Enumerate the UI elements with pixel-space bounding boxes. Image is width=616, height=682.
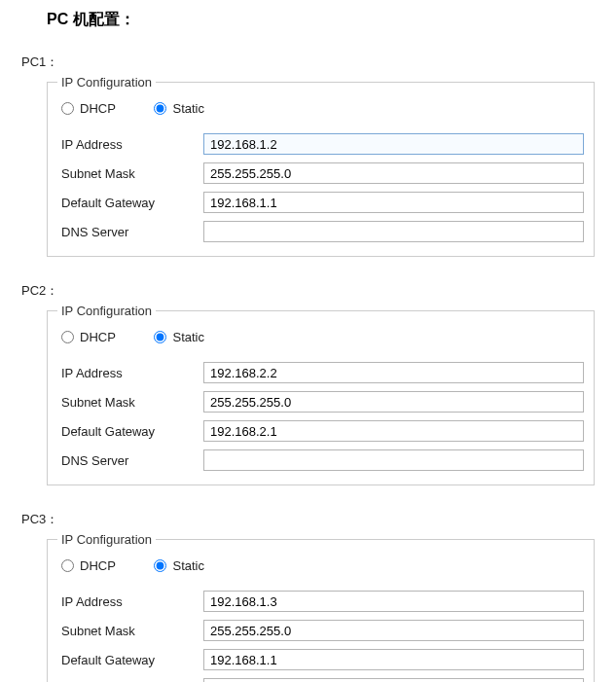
- pc2-dhcp-label: DHCP: [80, 330, 116, 344]
- page-title: PC 机配置：: [0, 0, 616, 36]
- pc3-dhcp-option[interactable]: DHCP: [61, 558, 116, 573]
- pc2-ip-input[interactable]: [203, 362, 584, 383]
- pc1-static-option[interactable]: Static: [154, 101, 204, 116]
- pc1-ip-input[interactable]: [203, 133, 584, 155]
- pc3-gateway-row: Default Gateway: [57, 645, 584, 674]
- pc3-dns-input[interactable]: [203, 678, 584, 682]
- pc3-ip-configuration: IP Configuration DHCP Static IP Address …: [47, 532, 595, 682]
- pc3-gateway-input[interactable]: [203, 649, 584, 670]
- pc2-mask-label: Subnet Mask: [57, 395, 203, 410]
- pc3-static-option[interactable]: Static: [154, 558, 204, 573]
- pc3-label: PC3：: [0, 493, 616, 532]
- pc2-dhcp-option[interactable]: DHCP: [61, 330, 116, 344]
- pc3-mode-row: DHCP Static: [57, 555, 584, 587]
- pc2-dns-input[interactable]: [203, 449, 584, 471]
- pc2-gateway-row: Default Gateway: [57, 416, 584, 446]
- pc1-ip-row: IP Address: [57, 129, 584, 159]
- pc3-ip-label: IP Address: [57, 594, 203, 609]
- pc1-dhcp-label: DHCP: [80, 101, 116, 116]
- pc1-static-label: Static: [172, 101, 204, 116]
- pc1-dns-input[interactable]: [203, 221, 584, 242]
- pc1-static-radio[interactable]: [154, 102, 166, 115]
- pc2-dns-row: DNS Server: [57, 446, 584, 475]
- pc1-legend: IP Configuration: [57, 75, 156, 90]
- pc1-dhcp-radio[interactable]: [61, 102, 74, 115]
- pc2-static-option[interactable]: Static: [154, 330, 204, 344]
- pc2-dhcp-radio[interactable]: [61, 331, 74, 343]
- pc2-ip-row: IP Address: [57, 358, 584, 387]
- pc2-gateway-label: Default Gateway: [57, 424, 203, 439]
- pc3-mask-input[interactable]: [203, 620, 584, 641]
- pc3-ip-row: IP Address: [57, 587, 584, 616]
- pc3-dns-row: DNS Server: [57, 674, 584, 682]
- pc3-legend: IP Configuration: [57, 532, 156, 547]
- pc2-mode-row: DHCP Static: [57, 326, 584, 358]
- pc3-mask-row: Subnet Mask: [57, 616, 584, 645]
- pc1-mode-row: DHCP Static: [57, 97, 584, 129]
- pc1-dhcp-option[interactable]: DHCP: [61, 101, 116, 116]
- pc2-label: PC2：: [0, 265, 616, 304]
- pc1-dns-row: DNS Server: [57, 217, 584, 246]
- pc2-mask-input[interactable]: [203, 391, 584, 413]
- pc3-mask-label: Subnet Mask: [57, 624, 203, 638]
- pc3-dhcp-radio[interactable]: [61, 559, 74, 572]
- pc3-static-radio[interactable]: [154, 559, 166, 572]
- pc3-gateway-label: Default Gateway: [57, 653, 203, 667]
- pc1-ip-configuration: IP Configuration DHCP Static IP Address …: [47, 75, 595, 257]
- pc1-mask-label: Subnet Mask: [57, 166, 203, 181]
- pc2-static-radio[interactable]: [154, 331, 166, 343]
- pc2-dns-label: DNS Server: [57, 453, 203, 468]
- pc3-static-label: Static: [172, 558, 204, 573]
- pc1-mask-input[interactable]: [203, 162, 584, 184]
- pc1-ip-label: IP Address: [57, 137, 203, 152]
- pc2-mask-row: Subnet Mask: [57, 387, 584, 416]
- pc1-label: PC1：: [0, 36, 616, 75]
- pc2-ip-configuration: IP Configuration DHCP Static IP Address …: [47, 304, 595, 485]
- pc1-gateway-input[interactable]: [203, 192, 584, 213]
- pc2-gateway-input[interactable]: [203, 420, 584, 442]
- pc1-gateway-row: Default Gateway: [57, 188, 584, 217]
- pc1-gateway-label: Default Gateway: [57, 196, 203, 210]
- pc1-mask-row: Subnet Mask: [57, 159, 584, 188]
- pc3-ip-input[interactable]: [203, 591, 584, 612]
- pc2-legend: IP Configuration: [57, 304, 156, 318]
- pc2-static-label: Static: [172, 330, 204, 344]
- pc2-ip-label: IP Address: [57, 366, 203, 380]
- pc1-dns-label: DNS Server: [57, 225, 203, 239]
- pc3-dhcp-label: DHCP: [80, 558, 116, 573]
